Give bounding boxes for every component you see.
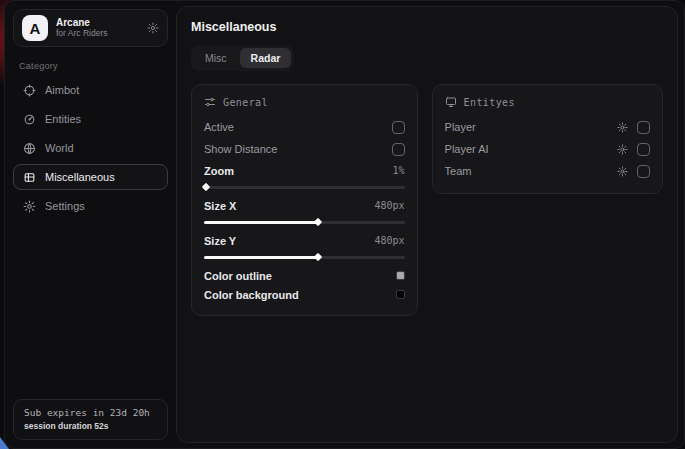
- slider-group-zoom: Zoom 1%: [204, 161, 405, 192]
- entity-row-player-ai: Player AI: [445, 138, 650, 160]
- entity-row-player: Player: [445, 116, 650, 138]
- sidebar-item-label: Entities: [45, 113, 81, 125]
- sidebar-item-settings[interactable]: Settings: [13, 193, 168, 219]
- slider-thumb[interactable]: [314, 218, 322, 226]
- app-logo: A: [22, 15, 48, 41]
- globe-icon: [23, 142, 36, 155]
- session-duration-text: session duration 52s: [24, 421, 157, 431]
- slider-group-size-x: Size X 480px: [204, 196, 405, 227]
- row-gear-icon[interactable]: [617, 144, 628, 155]
- show-distance-checkbox[interactable]: [392, 143, 405, 156]
- color-outline-swatch[interactable]: [396, 271, 405, 280]
- tab-misc[interactable]: Misc: [194, 48, 238, 68]
- row-gear-icon[interactable]: [617, 166, 628, 177]
- team-checkbox[interactable]: [637, 165, 650, 178]
- entities-card: Entityes Player P: [432, 84, 663, 194]
- card-title: General: [223, 97, 268, 108]
- card-title: Entityes: [464, 97, 515, 108]
- sub-expiry-text: Sub expires in 23d 20h: [24, 407, 157, 418]
- sidebar-item-label: World: [45, 142, 74, 154]
- gear-icon[interactable]: [147, 22, 159, 34]
- page-title: Miscellaneous: [191, 20, 663, 34]
- sidebar-item-aimbot[interactable]: Aimbot: [13, 77, 168, 103]
- sliders-icon: [204, 96, 216, 108]
- sidebar-item-label: Settings: [45, 200, 85, 212]
- size-x-value: 480px: [374, 200, 404, 211]
- app-logo-card: A Arcane for Arc Riders: [13, 9, 168, 47]
- sidebar-item-label: Aimbot: [45, 84, 79, 96]
- size-y-value: 480px: [374, 235, 404, 246]
- sidebar-item-label: Miscellaneous: [45, 171, 115, 183]
- main-panel: Miscellaneous Misc Radar General: [176, 6, 678, 443]
- tab-bar: Misc Radar: [191, 45, 294, 71]
- slider-thumb[interactable]: [202, 183, 210, 191]
- app-window: A Arcane for Arc Riders Category: [4, 0, 685, 449]
- general-card: General Active Show Distance Zoom 1%: [191, 84, 418, 316]
- color-row-outline: Color outline: [204, 266, 405, 285]
- zoom-value: 1%: [393, 165, 405, 176]
- radar-icon: [23, 113, 36, 126]
- zoom-slider[interactable]: [204, 182, 405, 192]
- toggle-row-show-distance: Show Distance: [204, 138, 405, 160]
- player-ai-checkbox[interactable]: [637, 143, 650, 156]
- sidebar: A Arcane for Arc Riders Category: [5, 1, 176, 448]
- color-background-swatch[interactable]: [396, 290, 405, 299]
- tab-radar[interactable]: Radar: [240, 48, 292, 68]
- sidebar-item-entities[interactable]: Entities: [13, 106, 168, 132]
- grid-icon: [23, 171, 36, 184]
- row-gear-icon[interactable]: [617, 122, 628, 133]
- app-subtitle: for Arc Riders: [56, 29, 139, 39]
- subscription-card: Sub expires in 23d 20h session duration …: [13, 399, 168, 440]
- size-x-slider[interactable]: [204, 217, 405, 227]
- monitor-icon: [445, 96, 457, 108]
- category-label: Category: [19, 61, 162, 71]
- slider-thumb[interactable]: [314, 253, 322, 261]
- crosshair-icon: [23, 84, 36, 97]
- player-checkbox[interactable]: [637, 121, 650, 134]
- entity-row-team: Team: [445, 160, 650, 182]
- sidebar-nav: Aimbot Entities World: [13, 77, 168, 219]
- active-checkbox[interactable]: [392, 121, 405, 134]
- toggle-row-active: Active: [204, 116, 405, 138]
- size-y-slider[interactable]: [204, 252, 405, 262]
- settings-gear-icon: [23, 200, 36, 213]
- cards-row: General Active Show Distance Zoom 1%: [191, 84, 663, 316]
- slider-group-size-y: Size Y 480px: [204, 231, 405, 262]
- sidebar-item-world[interactable]: World: [13, 135, 168, 161]
- color-row-background: Color background: [204, 285, 405, 304]
- sidebar-item-miscellaneous[interactable]: Miscellaneous: [13, 164, 168, 190]
